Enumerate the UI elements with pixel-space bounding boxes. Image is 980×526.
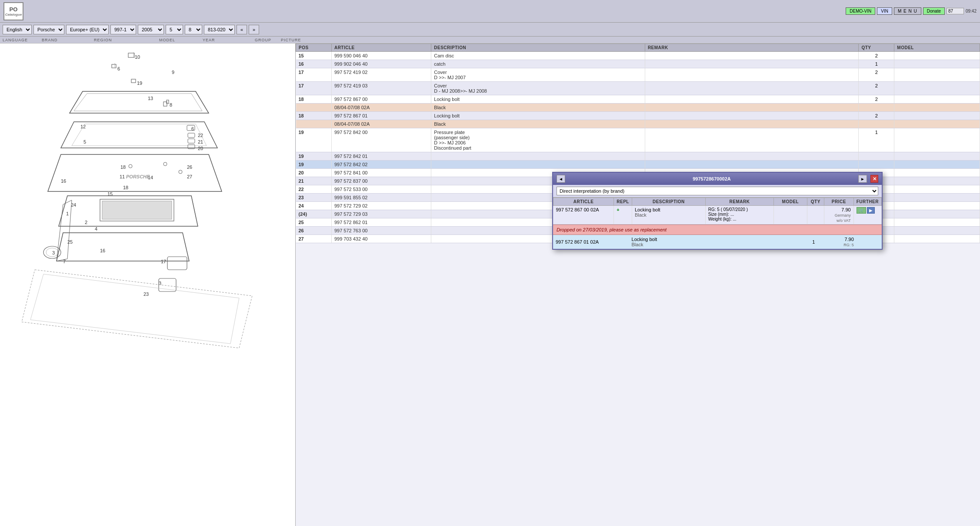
model-select[interactable]: 997-1	[110, 25, 136, 34]
popup-article-cell: 997 572 867 00 02A	[553, 206, 614, 224]
popup-rep-remark	[705, 235, 776, 249]
pos-cell: 16	[296, 60, 332, 68]
menu-button[interactable]: M E N U	[894, 7, 921, 15]
svg-text:16: 16	[100, 248, 105, 253]
article-cell: 999 902 046 40	[331, 60, 431, 68]
svg-text:4: 4	[95, 226, 97, 231]
col-qty: QTY	[859, 44, 894, 52]
table-row[interactable]: 18 997 572 867 01 Locking bolt 2	[296, 112, 980, 120]
donate-button[interactable]: Donate	[923, 7, 945, 15]
svg-text:19: 19	[137, 80, 142, 86]
qty-cell: 2	[859, 95, 894, 104]
pos-cell: 23	[296, 194, 332, 202]
article-cell: 997 572 729 03	[331, 210, 431, 218]
toolbar: English Porsche Europe+ (EU) 997-1 2005 …	[0, 23, 980, 37]
popup-nav-left-button[interactable]: ◄	[557, 175, 565, 183]
picture-select[interactable]: 813-020	[204, 25, 235, 34]
year2-select[interactable]: 5	[166, 25, 183, 34]
desc-cell: Pressure plate (passenger side) D >>- MJ…	[431, 128, 645, 152]
qty-cell	[859, 120, 894, 128]
popup-rep-qty: 1	[810, 235, 827, 249]
desc-cell: Black	[431, 104, 645, 112]
svg-text:16: 16	[61, 178, 66, 184]
popup-close-button[interactable]: ✕	[870, 175, 878, 183]
brand-group: Porsche	[33, 25, 64, 34]
popup-nav-right-button[interactable]: ►	[858, 175, 867, 183]
popup-replacement-table: 997 572 867 01 02A Locking boltBlack 1 7…	[553, 235, 882, 249]
svg-text:21: 21	[198, 139, 203, 144]
model-group: 997-1	[110, 25, 136, 34]
popup-title-text: 9975728670002A	[693, 176, 730, 181]
popup-rep-price: 7.90RG: 5	[827, 235, 857, 249]
table-row[interactable]: 18 997 572 867 00 Locking bolt 2	[296, 95, 980, 104]
article-cell: 997 572 763 00	[331, 227, 431, 235]
desc-cell: Cover D - MJ 2008>>- MJ 2008	[431, 82, 645, 95]
vin-button[interactable]: VIN	[877, 7, 892, 15]
nav-prev-button[interactable]: «	[237, 25, 247, 34]
popup-model-cell	[774, 206, 807, 224]
logo-text-bot: Catalogue	[5, 13, 22, 17]
remark-cell	[645, 82, 859, 95]
parts-panel[interactable]: POS ARTICLE DESCRIPTION REMARK QTY MODEL…	[296, 44, 980, 526]
svg-text:3: 3	[159, 281, 161, 286]
counter-input[interactable]	[947, 8, 964, 14]
col-model: MODEL	[894, 44, 980, 52]
logo: PO Catalogue	[3, 2, 23, 20]
diagram-svg: 10 6 19 9 13 8 12 5 6 22 21 20 18 14 26 …	[0, 44, 296, 374]
popup-table-area: ARTICLE REPL DESCRIPTION REMARK MODEL QT…	[553, 198, 882, 249]
remark-cell	[645, 68, 859, 82]
popup-col-further: FURTHER	[853, 198, 881, 206]
article-cell: 997 572 867 00	[331, 95, 431, 104]
table-row[interactable]: 17 997 572 419 02 Cover D >>- MJ 2007 2	[296, 68, 980, 82]
table-row[interactable]: 16 999 902 046 40 catch 1	[296, 60, 980, 68]
model-cell	[894, 169, 980, 177]
article-cell: 997 572 419 02	[331, 68, 431, 82]
region-select[interactable]: Europe+ (EU)	[66, 25, 109, 34]
region-group: Europe+ (EU)	[66, 25, 109, 34]
pos-cell: 17	[296, 82, 332, 95]
article-cell: 997 572 842 00	[331, 128, 431, 152]
table-row[interactable]: 19 997 572 842 02	[296, 161, 980, 169]
table-row[interactable]: 17 997 572 419 03 Cover D - MJ 2008>>- M…	[296, 82, 980, 95]
popup-titlebar: ◄ 9975728670002A ► ✕	[553, 173, 882, 185]
model-cell	[894, 194, 980, 202]
table-row[interactable]: 19 997 572 842 00 Pressure plate (passen…	[296, 128, 980, 152]
popup-cart-button[interactable]: 🛒	[857, 207, 866, 214]
svg-text:18: 18	[123, 185, 128, 190]
table-row[interactable]: 08/04-07/08 02A Black	[296, 120, 980, 128]
popup-col-remark: REMARK	[705, 198, 773, 206]
pos-cell	[296, 120, 332, 128]
language-select[interactable]: English	[3, 25, 32, 34]
demo-vin-button[interactable]: DEMO-VIN	[846, 7, 875, 15]
table-row[interactable]: 19 997 572 842 01	[296, 152, 980, 161]
article-cell: 997 572 842 01	[331, 152, 431, 161]
popup-interpretation-select[interactable]: Direct interpretation (by brand)	[557, 187, 878, 195]
remark-cell	[645, 104, 859, 112]
svg-text:PORSCHE: PORSCHE	[126, 174, 150, 179]
pos-cell: 25	[296, 218, 332, 227]
popup-dropped-text: Dropped on 27/03/2019, please use as rep…	[557, 227, 667, 232]
model-cell	[894, 68, 980, 82]
model-cell	[894, 235, 980, 243]
popup-further-button[interactable]: ▶	[867, 207, 875, 214]
model-cell	[894, 152, 980, 161]
popup-col-desc: DESCRIPTION	[632, 198, 705, 206]
popup-table: ARTICLE REPL DESCRIPTION REMARK MODEL QT…	[553, 198, 882, 224]
group-select[interactable]: 8	[185, 25, 202, 34]
remark-cell	[645, 52, 859, 60]
remark-cell	[645, 95, 859, 104]
pos-cell: 19	[296, 152, 332, 161]
nav-next-button[interactable]: »	[249, 25, 259, 34]
table-row[interactable]: 08/04-07/08 02A Black	[296, 104, 980, 112]
table-row[interactable]: 15 999 590 046 40 Cam disc 2	[296, 52, 980, 60]
svg-text:23: 23	[143, 291, 149, 297]
picture-label: PICTURE	[281, 38, 333, 42]
pos-cell: 18	[296, 95, 332, 104]
article-cell: 08/04-07/08 02A	[331, 120, 431, 128]
brand-select[interactable]: Porsche	[33, 25, 64, 34]
popup-dropped-banner: Dropped on 27/03/2019, please use as rep…	[553, 224, 882, 235]
year-select[interactable]: 2005	[138, 25, 164, 34]
pos-cell: 20	[296, 169, 332, 177]
group-label: GROUP	[255, 38, 281, 42]
article-cell: 999 703 432 40	[331, 235, 431, 243]
